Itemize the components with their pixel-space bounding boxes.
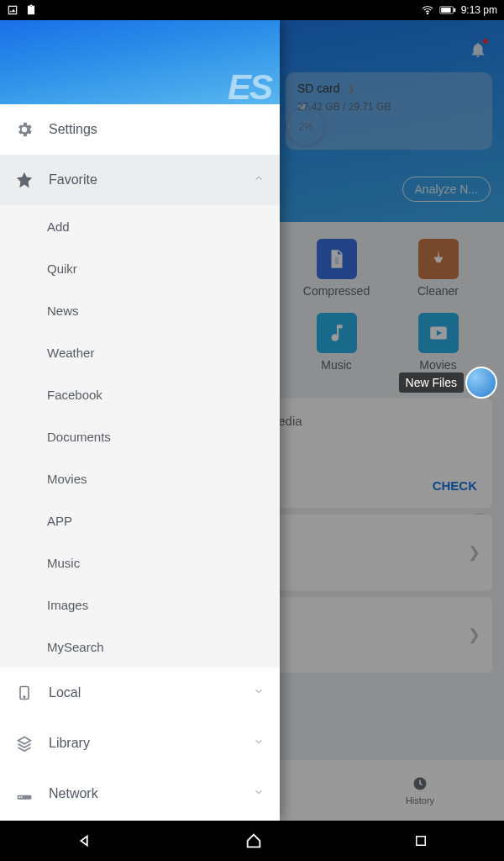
svg-rect-7 bbox=[334, 257, 338, 265]
nav-home[interactable] bbox=[244, 832, 263, 850]
favorite-item[interactable]: Quikr bbox=[0, 247, 280, 289]
device-icon bbox=[15, 684, 34, 702]
drawer: ES Settings Favorite Add Quikr bbox=[0, 20, 280, 821]
nav-recent[interactable] bbox=[413, 833, 428, 848]
network-icon bbox=[15, 784, 34, 803]
svg-point-13 bbox=[24, 696, 25, 698]
drawer-network[interactable]: Network bbox=[0, 769, 280, 819]
nav-back[interactable] bbox=[76, 832, 94, 850]
compressed-icon bbox=[317, 239, 357, 279]
wifi-icon bbox=[421, 4, 434, 16]
bottom-history[interactable]: History bbox=[336, 760, 504, 821]
storage-usage: 27.42 GB / 29.71 GB bbox=[297, 101, 480, 113]
grid-item-music[interactable]: Music bbox=[286, 313, 387, 372]
grid-label: Cleaner bbox=[417, 284, 459, 298]
svg-rect-15 bbox=[18, 796, 20, 798]
check-button[interactable]: CHECK bbox=[433, 478, 477, 493]
drawer-label: Settings bbox=[49, 122, 97, 137]
cleaner-icon bbox=[418, 239, 459, 279]
favorite-item[interactable]: Music bbox=[0, 541, 280, 584]
drawer-local[interactable]: Local bbox=[0, 668, 280, 718]
favorite-item[interactable]: Weather bbox=[0, 331, 280, 373]
music-icon bbox=[317, 313, 357, 353]
history-icon bbox=[412, 775, 428, 792]
storage-title: SD card bbox=[297, 82, 340, 95]
chevron-right-icon: ❯ bbox=[347, 83, 355, 95]
grid-item-cleaner[interactable]: Cleaner bbox=[387, 239, 489, 298]
favorite-list: Add Quikr News Weather Facebook Document… bbox=[0, 205, 280, 668]
chevron-right-icon: ❯ bbox=[468, 626, 480, 644]
chevron-up-icon bbox=[253, 172, 265, 188]
battery-icon bbox=[439, 5, 456, 15]
chevron-down-icon bbox=[253, 685, 265, 700]
svg-rect-3 bbox=[454, 8, 455, 12]
gear-icon bbox=[15, 120, 34, 139]
image-indicator-icon bbox=[7, 4, 18, 16]
chevron-down-icon bbox=[253, 736, 265, 751]
grid-item-movies[interactable]: Movies bbox=[387, 313, 489, 372]
movies-icon bbox=[418, 313, 459, 353]
favorite-item[interactable]: Facebook bbox=[0, 373, 280, 415]
svg-rect-2 bbox=[441, 8, 450, 13]
chevron-down-icon bbox=[253, 786, 265, 801]
drawer-label: Library bbox=[49, 736, 90, 751]
svg-rect-16 bbox=[21, 796, 23, 798]
drawer-favorite-header[interactable]: Favorite bbox=[0, 155, 280, 205]
favorite-item[interactable]: Movies bbox=[0, 457, 280, 499]
grid-label: Compressed bbox=[303, 284, 370, 298]
grid-label: Music bbox=[321, 358, 352, 372]
chevron-right-icon: ❯ bbox=[468, 543, 480, 562]
favorite-item[interactable]: Add bbox=[0, 205, 280, 247]
drawer-header: ES bbox=[0, 20, 280, 104]
svg-rect-17 bbox=[417, 837, 426, 846]
svg-point-0 bbox=[427, 13, 428, 13]
new-files-icon bbox=[465, 367, 497, 399]
status-bar: 9:13 pm bbox=[0, 0, 504, 20]
bottom-label: History bbox=[406, 795, 434, 806]
layers-icon bbox=[15, 734, 34, 753]
favorite-item[interactable]: News bbox=[0, 289, 280, 331]
drawer-label: Network bbox=[49, 786, 98, 801]
analyze-button[interactable]: Analyze N... bbox=[402, 177, 491, 202]
favorite-item[interactable]: Images bbox=[0, 584, 280, 626]
clipboard-indicator-icon bbox=[25, 4, 37, 16]
new-files-label: New Files bbox=[399, 372, 464, 393]
favorite-item[interactable]: APP bbox=[0, 499, 280, 541]
star-icon bbox=[15, 171, 34, 189]
bell-icon[interactable] bbox=[469, 40, 487, 62]
drawer-label: Local bbox=[49, 685, 81, 700]
new-files-floating[interactable]: New Files bbox=[399, 367, 497, 399]
favorite-item[interactable]: Documents bbox=[0, 415, 280, 457]
favorite-item[interactable]: MySearch bbox=[0, 626, 280, 668]
drawer-settings[interactable]: Settings bbox=[0, 104, 280, 155]
es-logo: ES bbox=[228, 67, 271, 104]
status-time: 9:13 pm bbox=[461, 4, 497, 16]
grid-item-compressed[interactable]: Compressed bbox=[286, 239, 387, 298]
drawer-library[interactable]: Library bbox=[0, 718, 280, 769]
drawer-label: Favorite bbox=[49, 172, 97, 188]
nav-bar bbox=[0, 821, 504, 861]
storage-card[interactable]: SD card ❯ 27.42 GB / 29.71 GB bbox=[286, 72, 492, 150]
